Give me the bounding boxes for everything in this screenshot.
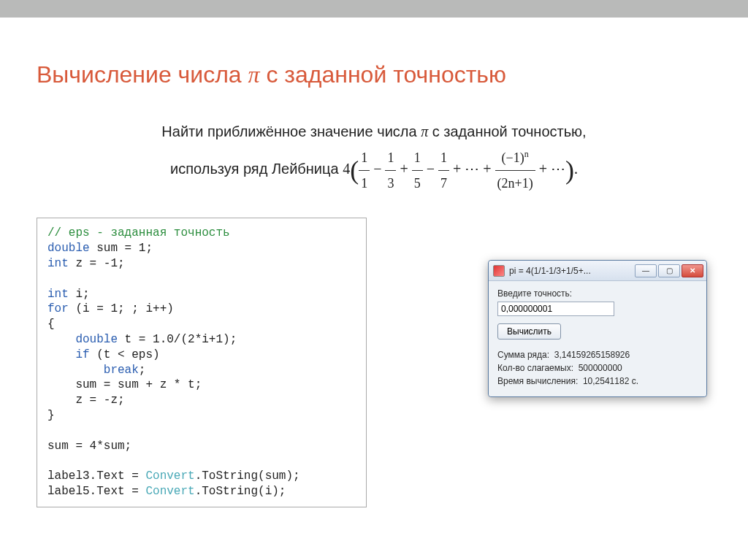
keyword: if xyxy=(75,348,89,361)
problem-statement: Найти приближённое значение числа π с за… xyxy=(37,118,711,196)
result-time: Время вычисления: 10,2541182 c. xyxy=(497,375,698,388)
fraction-3: 15 xyxy=(412,145,423,196)
keyword: double xyxy=(75,333,118,346)
code: z = -1; xyxy=(69,257,125,270)
code: z = -z; xyxy=(47,394,125,407)
code: ; xyxy=(139,364,146,377)
period: . xyxy=(574,161,578,177)
code xyxy=(47,333,75,346)
precision-label: Введите точность: xyxy=(497,288,698,299)
code: sum = 4*sum; xyxy=(47,440,131,453)
fraction-1: 11 xyxy=(359,145,370,196)
title-text-prefix: Вычисление числа xyxy=(37,61,248,88)
code: .ToString(sum); xyxy=(195,469,300,483)
value: 500000000 xyxy=(579,363,622,373)
code xyxy=(47,348,75,361)
code: label3.Text = xyxy=(47,469,145,483)
app-icon xyxy=(493,265,505,277)
label: Время вычисления: xyxy=(497,376,578,386)
keyword: int xyxy=(47,288,69,301)
code-listing: // eps - заданная точность double sum = … xyxy=(37,218,367,507)
client-area: Введите точность: Вычислить Сумма ряда: … xyxy=(489,281,706,396)
code: } xyxy=(47,409,55,422)
results-block: Сумма ряда: 3,14159265158926 Кол-во слаг… xyxy=(497,348,698,388)
header-bar xyxy=(0,0,748,18)
code: sum = 1; xyxy=(90,242,153,255)
open-paren: ( xyxy=(350,156,359,185)
code: i; xyxy=(69,288,90,301)
leibniz-formula: 4(11 − 13 + 15 − 17 + ⋯ + (−1)n(2n+1) + … xyxy=(343,161,578,177)
window-caption: pi = 4(1/1-1/3+1/5+... xyxy=(509,266,635,276)
problem-line-2: используя ряд Лейбница 4(11 − 13 + 15 − … xyxy=(37,145,711,196)
result-count: Кол-во слагаемых: 500000000 xyxy=(497,361,698,375)
precision-input[interactable] xyxy=(497,302,614,316)
code: .ToString(i); xyxy=(195,485,286,498)
close-button[interactable]: ✕ xyxy=(682,264,703,277)
slide-title: Вычисление числа π с заданной точностью xyxy=(37,61,711,88)
minimize-button[interactable]: — xyxy=(635,264,657,277)
coef: 4 xyxy=(343,161,350,177)
label: Сумма ряда: xyxy=(497,350,549,360)
code: label5.Text = xyxy=(47,485,145,498)
value: 3,14159265158926 xyxy=(554,350,630,360)
code: { xyxy=(47,318,55,331)
text: Найти приближённое значение числа xyxy=(161,123,421,139)
class-name: Convert xyxy=(145,485,194,498)
result-sum: Сумма ряда: 3,14159265158926 xyxy=(497,348,698,361)
code: (i = 1; ; i++) xyxy=(69,302,174,315)
code: sum = sum + z * t; xyxy=(47,378,202,391)
class-name: Convert xyxy=(145,469,194,483)
text: с заданной точностью, xyxy=(428,123,586,139)
ellipsis: ⋯ xyxy=(465,161,479,177)
label: Кол-во слагаемых: xyxy=(497,363,573,373)
ellipsis: ⋯ xyxy=(551,161,565,177)
pi-symbol: π xyxy=(248,61,260,88)
app-window: pi = 4(1/1-1/3+1/5+... — ▢ ✕ Введите точ… xyxy=(488,260,707,397)
problem-line-1: Найти приближённое значение числа π с за… xyxy=(37,118,711,145)
code: (t < eps) xyxy=(90,348,160,361)
fraction-k: (−1)n(2n+1) xyxy=(495,145,535,196)
content-row: // eps - заданная точность double sum = … xyxy=(37,218,711,507)
keyword: double xyxy=(47,242,90,255)
pi-symbol: π xyxy=(421,123,428,139)
keyword: for xyxy=(47,302,69,315)
code xyxy=(47,364,104,377)
maximize-button[interactable]: ▢ xyxy=(658,264,680,277)
keyword: int xyxy=(47,257,69,270)
window-buttons: — ▢ ✕ xyxy=(635,264,703,277)
title-text-suffix: с заданной точностью xyxy=(260,61,506,88)
compute-button[interactable]: Вычислить xyxy=(497,323,561,340)
fraction-2: 13 xyxy=(385,145,396,196)
text: используя ряд Лейбница xyxy=(170,161,343,177)
slide-content: Вычисление числа π с заданной точностью … xyxy=(0,18,748,529)
code: t = 1.0/(2*i+1); xyxy=(118,333,237,346)
value: 10,2541182 c. xyxy=(583,376,638,386)
fraction-4: 17 xyxy=(438,145,449,196)
close-paren: ) xyxy=(565,156,574,185)
keyword: break xyxy=(104,364,139,377)
code-comment: // eps - заданная точность xyxy=(47,226,230,239)
title-bar[interactable]: pi = 4(1/1-1/3+1/5+... — ▢ ✕ xyxy=(489,261,706,281)
